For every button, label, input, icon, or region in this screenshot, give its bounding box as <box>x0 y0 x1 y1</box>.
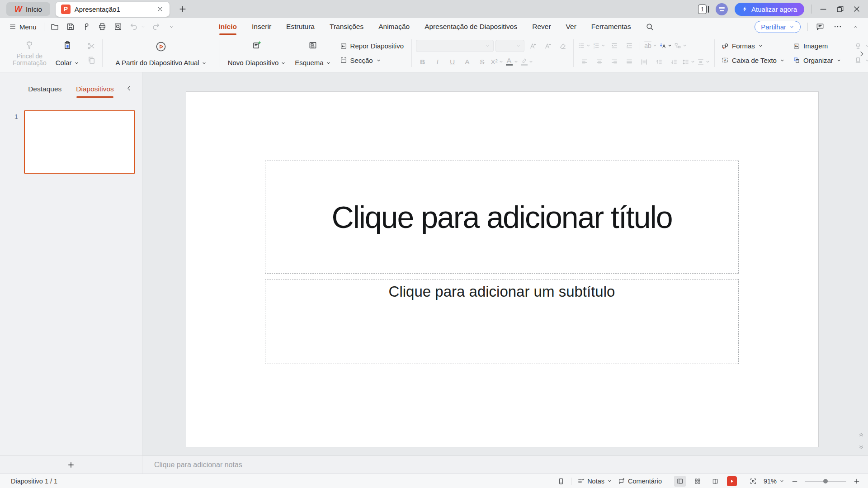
reset-slide-button[interactable]: Repor Diapositivo <box>337 40 406 52</box>
ribbon-expand-button[interactable] <box>857 46 866 62</box>
arrange-button[interactable]: Organizar <box>790 54 852 66</box>
zoom-slider[interactable] <box>805 481 846 482</box>
bold-button[interactable]: B <box>416 56 429 67</box>
tab-ferramentas[interactable]: Ferramentas <box>591 20 632 33</box>
tab-ver[interactable]: Ver <box>566 20 577 33</box>
search-icon[interactable] <box>645 22 654 31</box>
reading-view-button[interactable] <box>709 476 721 487</box>
decrease-font-size-button[interactable] <box>541 40 554 52</box>
home-tab[interactable]: W Início <box>6 2 50 16</box>
document-tab[interactable]: P Apresentação1 <box>56 2 170 17</box>
increase-indent-button[interactable] <box>623 40 636 51</box>
notes-toggle-button[interactable]: Notas <box>577 478 612 485</box>
add-slide-button[interactable] <box>65 459 77 471</box>
decrease-indent-button[interactable] <box>608 40 621 51</box>
slide-thumbnail[interactable] <box>24 110 135 174</box>
vertical-align-button[interactable] <box>697 56 710 67</box>
increase-font-size-button[interactable] <box>526 40 539 52</box>
distribute-text-button[interactable] <box>637 56 651 67</box>
highlight-color-button[interactable] <box>520 56 533 67</box>
undo-history-chevron[interactable] <box>141 25 145 29</box>
restore-window-button[interactable] <box>835 4 845 14</box>
outline-tab[interactable]: Destaques <box>27 82 62 96</box>
tab-inicio[interactable]: Início <box>218 20 237 33</box>
comment-button[interactable]: Comentário <box>618 478 662 485</box>
more-options-icon[interactable] <box>832 21 843 32</box>
share-button[interactable]: Partilhar <box>755 21 801 33</box>
text-box-button[interactable]: A Caixa de Texto <box>719 54 790 66</box>
clear-formatting-button[interactable] <box>556 40 569 52</box>
normal-view-button[interactable] <box>674 476 686 487</box>
open-documents-badge[interactable]: 1 <box>698 5 709 14</box>
slide-sorter-view-button[interactable] <box>692 476 703 487</box>
shapes-button[interactable]: Formas <box>719 40 790 52</box>
open-file-icon[interactable] <box>50 22 60 32</box>
close-window-button[interactable] <box>852 4 862 14</box>
previous-slide-button[interactable] <box>857 430 866 439</box>
new-tab-button[interactable] <box>177 3 189 15</box>
slide-canvas[interactable]: Clique para adicionar título Clique para… <box>142 72 868 455</box>
align-left-button[interactable] <box>578 56 591 67</box>
export-pdf-icon[interactable] <box>81 22 91 32</box>
character-effects-button[interactable]: A <box>461 56 474 67</box>
zoom-in-button[interactable] <box>852 477 861 485</box>
underline-button[interactable]: U <box>446 56 459 67</box>
slides-tab[interactable]: Diapositivos <box>75 82 115 96</box>
align-center-button[interactable] <box>593 56 606 67</box>
undo-icon[interactable] <box>129 22 139 32</box>
slide[interactable]: Clique para adicionar título Clique para… <box>186 92 818 447</box>
decrease-line-spacing-button[interactable] <box>667 56 680 67</box>
slideshow-play-button[interactable] <box>727 476 737 486</box>
justify-button[interactable] <box>623 56 636 67</box>
font-name-combobox[interactable] <box>416 40 494 52</box>
tab-inserir[interactable]: Inserir <box>251 20 272 33</box>
menu-button[interactable]: Menu <box>7 23 38 31</box>
italic-button[interactable]: I <box>431 56 444 67</box>
mobile-view-icon[interactable] <box>557 477 565 485</box>
font-color-button[interactable]: A <box>505 56 519 67</box>
align-right-button[interactable] <box>608 56 621 67</box>
redo-icon[interactable] <box>151 22 161 32</box>
font-size-combobox[interactable] <box>495 40 524 52</box>
bullet-list-button[interactable] <box>578 40 591 51</box>
layout-button[interactable]: Esquema <box>291 38 334 69</box>
numbered-list-button[interactable]: 12 <box>593 40 606 51</box>
user-avatar[interactable] <box>716 3 728 15</box>
comments-icon[interactable] <box>815 21 826 32</box>
cut-button[interactable] <box>85 41 97 52</box>
play-from-current-slide-button[interactable]: A Partir do Diapositivo Atual <box>107 38 216 69</box>
strikethrough-button[interactable]: S <box>476 56 489 67</box>
print-preview-icon[interactable] <box>113 22 123 32</box>
update-now-button[interactable]: Atualizar agora <box>735 3 804 16</box>
zoom-out-button[interactable] <box>790 477 799 485</box>
text-direction-button[interactable] <box>659 40 672 51</box>
increase-line-spacing-button[interactable] <box>652 56 665 67</box>
tab-estrutura[interactable]: Estrutura <box>286 20 315 33</box>
image-button[interactable]: Imagem <box>790 40 852 52</box>
collapse-ribbon-icon[interactable] <box>850 21 861 32</box>
zoom-level-button[interactable]: 91% <box>764 478 784 485</box>
notes-bar[interactable]: Clique para adicionar notas <box>142 455 868 474</box>
convert-to-smartart-button[interactable] <box>674 40 687 51</box>
print-icon[interactable] <box>97 22 107 32</box>
paste-button[interactable]: Colar <box>52 38 83 69</box>
format-painter-button[interactable]: Pincel de Formatação <box>9 38 50 69</box>
tab-apresentacao-de-diapositivos[interactable]: Apresentação de Diapositivos <box>424 20 518 33</box>
section-button[interactable]: Secção <box>337 54 406 66</box>
copy-button[interactable] <box>85 55 97 66</box>
save-icon[interactable] <box>66 22 75 32</box>
fit-slide-icon[interactable] <box>749 477 758 485</box>
tab-animacao[interactable]: Animação <box>378 20 410 33</box>
minimize-button[interactable] <box>818 4 828 14</box>
collapse-panel-icon[interactable] <box>126 85 132 91</box>
subtitle-placeholder[interactable]: Clique para adicionar um subtítulo <box>265 279 739 364</box>
zoom-slider-handle[interactable] <box>823 479 828 483</box>
new-slide-button[interactable]: Novo Diapositivo <box>224 38 290 69</box>
tab-rever[interactable]: Rever <box>532 20 551 33</box>
next-slide-button[interactable] <box>857 443 866 452</box>
title-placeholder[interactable]: Clique para adicionar título <box>265 161 739 274</box>
line-spacing-button[interactable] <box>682 56 695 67</box>
superscript-button[interactable]: X² <box>491 56 504 67</box>
quick-access-more-chevron[interactable] <box>167 22 177 32</box>
tab-transicoes[interactable]: Transições <box>329 20 364 33</box>
